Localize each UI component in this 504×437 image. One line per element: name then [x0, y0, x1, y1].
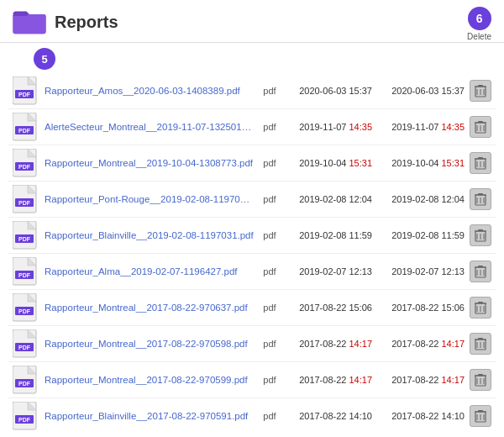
delete-button[interactable]: [470, 80, 491, 102]
delete-button[interactable]: [470, 116, 491, 138]
file-date-modified: 2019-02-08 12:04: [377, 194, 470, 204]
table-row: PDF Rapporteur_Montreal__2019-10-04-1308…: [8, 145, 496, 182]
file-name[interactable]: AlerteSecteur_Montreal__2019-11-07-13250…: [45, 122, 255, 132]
file-date-modified: 2017-08-22 14:17: [377, 375, 470, 385]
delete-button[interactable]: [470, 405, 491, 427]
svg-text:PDF: PDF: [18, 381, 31, 387]
folder-icon: [13, 8, 46, 35]
delete-button[interactable]: [470, 261, 491, 282]
file-name[interactable]: Rapporteur_Montreal__2017-08-22-970598.p…: [45, 339, 255, 349]
svg-text:PDF: PDF: [18, 308, 31, 314]
file-type: pdf: [258, 194, 281, 204]
svg-text:PDF: PDF: [18, 417, 31, 423]
file-date-created: 2019-02-07 12:13: [285, 266, 377, 276]
pdf-icon: PDF: [13, 402, 38, 430]
file-date-modified: 2017-08-22 14:10: [377, 411, 470, 421]
file-date-created: 2017-08-22 14:10: [285, 411, 377, 421]
file-type: pdf: [258, 158, 281, 168]
table-row: PDF Rapporteur_Blainville__2019-02-08-11…: [8, 218, 496, 254]
file-type: pdf: [258, 122, 281, 132]
svg-text:PDF: PDF: [18, 164, 31, 170]
file-date-modified: 2019-02-08 11:59: [377, 230, 470, 240]
svg-text:PDF: PDF: [18, 200, 31, 206]
file-name[interactable]: Rapporteur_Montreal__2019-10-04-1308773.…: [45, 158, 255, 168]
file-date-created: 2017-08-22 15:06: [285, 303, 377, 313]
file-date-created: 2019-11-07 14:35: [285, 122, 377, 132]
svg-text:PDF: PDF: [18, 128, 31, 134]
file-date-modified: 2019-02-07 12:13: [377, 266, 470, 276]
header: Reports 6 Delete: [0, 0, 504, 43]
table-row: PDF Rapporteur_Montreal__2017-08-22-9705…: [8, 326, 496, 362]
file-type: pdf: [258, 339, 281, 349]
file-name[interactable]: Rapporteur_Amos__2020-06-03-1408389.pdf: [45, 86, 255, 96]
file-date-modified: 2020-06-03 15:37: [377, 86, 470, 96]
table-row: PDF Rapporteur_Alma__2019-02-07-1196427.…: [8, 254, 496, 290]
file-name[interactable]: Rapporteur_Montreal__2017-08-22-970599.p…: [45, 375, 255, 385]
pdf-icon: PDF: [13, 149, 38, 177]
table-row: PDF Rapporteur_Montreal__2017-08-22-9705…: [8, 362, 496, 398]
pdf-icon: PDF: [13, 76, 38, 105]
file-date-created: 2019-10-04 15:31: [285, 158, 377, 168]
file-date-modified: 2019-10-04 15:31: [377, 158, 470, 168]
file-date-created: 2017-08-22 14:17: [285, 375, 377, 385]
delete-button[interactable]: [470, 224, 491, 246]
file-date-created: 2020-06-03 15:37: [285, 86, 377, 96]
pdf-icon: PDF: [13, 221, 38, 250]
file-date-created: 2019-02-08 12:04: [285, 194, 377, 204]
delete-count-badge: 6: [468, 7, 491, 30]
file-type: pdf: [258, 266, 281, 276]
file-type: pdf: [258, 303, 281, 313]
page-title: Reports: [55, 13, 118, 32]
pdf-icon: PDF: [13, 329, 38, 358]
file-list: PDF Rapporteur_Amos__2020-06-03-1408389.…: [0, 73, 504, 434]
file-date-modified: 2019-11-07 14:35: [377, 122, 470, 132]
svg-text:PDF: PDF: [18, 345, 31, 350]
file-date-modified: 2017-08-22 14:17: [377, 339, 470, 349]
file-date-created: 2019-02-08 11:59: [285, 230, 377, 240]
pdf-icon: PDF: [13, 366, 38, 394]
table-row: PDF Rapporteur_Blainville__2017-08-22-97…: [8, 398, 496, 434]
delete-button[interactable]: [470, 188, 491, 210]
files-count-row: 5: [0, 43, 504, 73]
pdf-icon: PDF: [13, 257, 38, 286]
svg-text:PDF: PDF: [18, 272, 31, 278]
file-date-modified: 2017-08-22 15:06: [377, 303, 470, 313]
delete-button[interactable]: [470, 297, 491, 319]
file-type: pdf: [258, 375, 281, 385]
delete-button[interactable]: [470, 369, 491, 391]
table-row: PDF Rapporteur_Pont-Rouge__2019-02-08-11…: [8, 182, 496, 218]
delete-button[interactable]: [470, 333, 491, 355]
delete-badge-area: 6 Delete: [467, 7, 491, 41]
file-name[interactable]: Rapporteur_Blainville__2017-08-22-970591…: [45, 411, 255, 421]
file-type: pdf: [258, 230, 281, 240]
delete-button[interactable]: [470, 152, 491, 174]
table-row: PDF Rapporteur_Amos__2020-06-03-1408389.…: [8, 73, 496, 109]
delete-label: Delete: [467, 32, 491, 41]
file-name[interactable]: Rapporteur_Blainville__2019-02-08-119703…: [45, 230, 255, 240]
pdf-icon: PDF: [13, 185, 38, 213]
file-type: pdf: [258, 411, 281, 421]
file-name[interactable]: Rapporteur_Pont-Rouge__2019-02-08-119704…: [45, 194, 255, 204]
svg-text:PDF: PDF: [18, 236, 31, 242]
pdf-icon: PDF: [13, 113, 38, 141]
file-type: pdf: [258, 86, 281, 96]
pdf-icon: PDF: [13, 293, 38, 322]
svg-text:PDF: PDF: [18, 92, 31, 97]
svg-rect-1: [13, 14, 45, 34]
file-name[interactable]: Rapporteur_Alma__2019-02-07-1196427.pdf: [45, 266, 255, 276]
file-date-created: 2017-08-22 14:17: [285, 339, 377, 349]
file-name[interactable]: Rapporteur_Montreal__2017-08-22-970637.p…: [45, 303, 255, 313]
table-row: PDF AlerteSecteur_Montreal__2019-11-07-1…: [8, 109, 496, 145]
files-count-badge: 5: [34, 48, 55, 70]
table-row: PDF Rapporteur_Montreal__2017-08-22-9706…: [8, 290, 496, 326]
